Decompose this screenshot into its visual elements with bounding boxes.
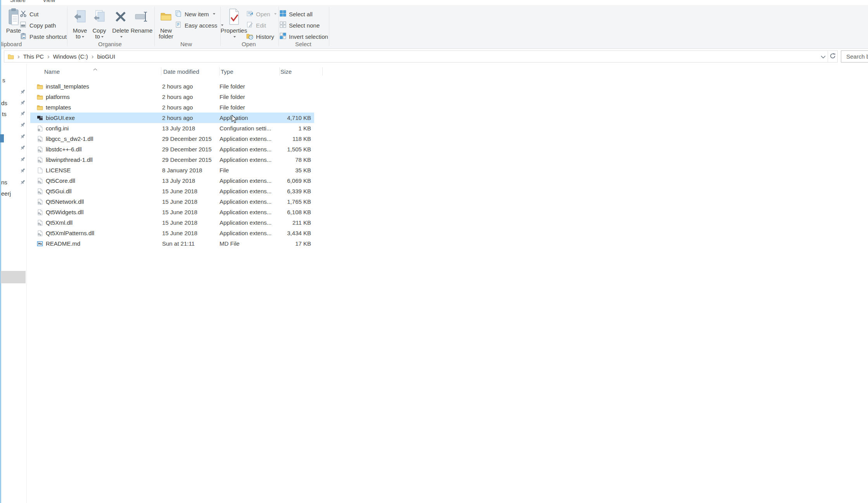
address-bar[interactable]: ›This PC›Windows (C:)›bioGUI (4, 50, 838, 62)
tab-share[interactable]: Share (10, 0, 26, 3)
properties-button[interactable]: Properties (222, 6, 246, 42)
group-divider (220, 7, 221, 46)
file-date-modified: 15 June 2018 (162, 207, 197, 217)
breadcrumb-segment[interactable]: This PC (23, 53, 44, 60)
file-name: libgcc_s_dw2-1.dll (46, 134, 93, 144)
file-name: Qt5XmlPatterns.dll (46, 228, 94, 238)
edit-icon (246, 21, 253, 29)
rename-button[interactable]: Rename (131, 6, 152, 42)
file-name: bioGUI.exe (46, 113, 75, 123)
copy-path-button[interactable]: Copy path (20, 20, 56, 30)
file-name: libstdc++-6.dll (46, 144, 82, 154)
copy-to-icon (93, 6, 105, 28)
file-icon (37, 167, 43, 173)
dropdown-caret (120, 36, 123, 38)
breadcrumb-chevron-icon[interactable]: › (44, 53, 53, 60)
cut-button[interactable]: Cut (20, 9, 38, 19)
cut-icon (20, 10, 27, 18)
breadcrumb-segment[interactable]: bioGUI (97, 53, 115, 60)
refresh-button[interactable] (828, 51, 837, 62)
breadcrumb-chevron-icon[interactable]: › (14, 53, 23, 60)
file-size: 17 KB (263, 238, 311, 249)
file-row[interactable]: libgcc_s_dw2-1.dll 29 December 2015 Appl… (30, 134, 314, 144)
file-size: 6,339 KB (263, 186, 311, 196)
group-divider (329, 7, 329, 46)
file-date-modified: 2 hours ago (162, 113, 193, 123)
file-row[interactable]: Qt5Gui.dll 15 June 2018 Application exte… (30, 186, 314, 196)
file-row[interactable]: platforms 2 hours ago File folder (30, 92, 314, 102)
file-size: 35 KB (263, 165, 311, 175)
file-row[interactable]: templates 2 hours ago File folder (30, 102, 314, 113)
dropdown-caret (274, 13, 277, 15)
breadcrumb: ›This PC›Windows (C:)›bioGUI (14, 53, 115, 60)
new-item-button[interactable]: New item (175, 9, 215, 19)
select-none-button[interactable]: Select none (280, 20, 320, 30)
group-divider (154, 7, 155, 46)
file-name: Qt5Network.dll (46, 196, 84, 207)
chevron-down-icon (821, 53, 826, 60)
dropdown-caret (82, 36, 84, 38)
file-date-modified: Sun at 21:11 (162, 238, 195, 249)
dropdown-caret (213, 13, 215, 15)
file-date-modified: 15 June 2018 (162, 228, 197, 238)
edit-button[interactable]: Edit (246, 20, 266, 30)
easy-access-button[interactable]: Easy access (175, 20, 223, 30)
tab-view[interactable]: View (43, 0, 55, 3)
invert-selection-button[interactable]: Invert selection (280, 31, 328, 42)
file-size: 78 KB (263, 154, 311, 165)
history-icon (246, 33, 253, 41)
file-size: 3,434 KB (263, 228, 311, 238)
file-name: config.ini (46, 123, 69, 134)
dll-icon (37, 209, 43, 215)
breadcrumb-chevron-icon[interactable]: › (88, 53, 97, 60)
file-row[interactable]: config.ini 13 July 2018 Configuration se… (30, 123, 314, 134)
file-row[interactable]: LICENSE 8 January 2018 File 35 KB (30, 165, 314, 175)
file-name: Qt5Gui.dll (46, 186, 72, 196)
copy-to-button[interactable]: Copy to (90, 6, 109, 42)
file-name: install_templates (46, 81, 89, 92)
dll-icon (37, 220, 43, 226)
file-type: File folder (220, 102, 278, 113)
organise-group-label: Organise (98, 41, 122, 47)
file-row[interactable]: Qt5Xml.dll 15 June 2018 Application exte… (30, 217, 314, 228)
file-row[interactable]: Qt5Widgets.dll 15 June 2018 Application … (30, 207, 314, 217)
dll-icon (37, 199, 43, 205)
dropdown-caret (233, 36, 236, 38)
copy-path-icon (20, 21, 27, 29)
open-group-label: Open (242, 41, 256, 47)
breadcrumb-segment[interactable]: Windows (C:) (53, 53, 88, 60)
dropdown-caret (101, 36, 104, 38)
address-dropdown-button[interactable] (818, 51, 828, 62)
group-divider (278, 7, 279, 46)
select-all-icon (280, 10, 286, 18)
file-date-modified: 15 June 2018 (162, 186, 197, 196)
history-button[interactable]: History (246, 31, 274, 42)
file-row[interactable]: Qt5Network.dll 15 June 2018 Application … (30, 196, 314, 207)
address-folder-icon (4, 54, 14, 59)
file-row[interactable]: libstdc++-6.dll 29 December 2015 Applica… (30, 144, 314, 154)
dll-icon (37, 188, 43, 194)
rename-icon (135, 6, 149, 28)
search-input[interactable] (846, 53, 868, 60)
file-row[interactable]: libwinpthread-1.dll 29 December 2015 App… (30, 154, 314, 165)
move-to-button[interactable]: Move to (70, 6, 90, 42)
file-row[interactable]: Qt5XmlPatterns.dll 15 June 2018 Applicat… (30, 228, 314, 238)
app-icon (37, 115, 43, 121)
new-folder-button[interactable]: New folder (156, 6, 176, 42)
paste-shortcut-button[interactable]: Paste shortcut (20, 31, 67, 42)
file-type: File folder (220, 92, 278, 102)
file-date-modified: 29 December 2015 (162, 154, 212, 165)
folder-icon (37, 104, 43, 111)
select-all-button[interactable]: Select all (280, 9, 313, 19)
file-name: Qt5Core.dll (46, 175, 75, 186)
file-date-modified: 15 June 2018 (162, 196, 197, 207)
file-row[interactable]: install_templates 2 hours ago File folde… (30, 81, 314, 92)
file-row[interactable]: README.md Sun at 21:11 MD File 17 KB (30, 238, 314, 249)
file-date-modified: 29 December 2015 (162, 134, 212, 144)
file-row[interactable]: bioGUI.exe 2 hours ago Application 4,710… (30, 113, 314, 123)
open-button[interactable]: Open (246, 9, 277, 19)
file-row[interactable]: Qt5Core.dll 13 July 2018 Application ext… (30, 175, 314, 186)
ini-icon (37, 125, 43, 132)
delete-button[interactable]: Delete (111, 6, 131, 42)
file-size: 118 KB (263, 134, 311, 144)
